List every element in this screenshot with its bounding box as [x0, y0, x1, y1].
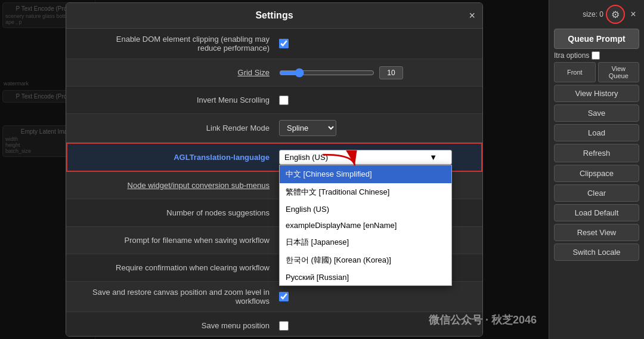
dom-clipping-checkbox[interactable]: [279, 39, 289, 48]
settings-row-grid-size: Grid Size 10: [66, 59, 482, 87]
clipspace-button[interactable]: Clipspace: [554, 165, 639, 182]
view-history-button[interactable]: View History: [554, 85, 639, 102]
dom-clipping-label: Enable DOM element clipping (enabling ma…: [76, 35, 279, 53]
itra-options-label: Itra options: [554, 51, 589, 60]
save-menu-control: [279, 321, 473, 331]
save-canvas-checkbox[interactable]: [279, 292, 289, 301]
save-button[interactable]: Save: [554, 104, 639, 122]
gear-button[interactable]: ⚙: [606, 5, 625, 24]
language-label: AGLTranslation-langualge: [77, 153, 279, 162]
front-button[interactable]: Front: [554, 62, 596, 82]
itra-options-checkbox[interactable]: [592, 51, 600, 60]
language-option-korean[interactable]: 한국어 (韓國) [Korean (Korea)]: [280, 251, 451, 269]
save-menu-label: Save menu position: [76, 321, 279, 330]
sidebar-top-row: size: 0 ⚙ ×: [554, 5, 639, 24]
size-label: size: 0: [583, 10, 603, 19]
node-widget-label: Node widget/input conversion sub-menus: [76, 181, 279, 190]
close-button[interactable]: ×: [627, 8, 639, 20]
language-option-english-us[interactable]: English (US): [280, 201, 451, 217]
link-render-control: Spline Linear Hidden: [279, 120, 473, 136]
queue-prompt-button[interactable]: Queue Prompt: [554, 29, 639, 49]
invert-scroll-control: [279, 95, 473, 105]
switch-locale-button[interactable]: Switch Locale: [554, 244, 639, 261]
load-default-button[interactable]: Load Default: [554, 204, 639, 221]
save-canvas-control: [279, 292, 473, 301]
language-option-japanese[interactable]: 日本語 [Japanese]: [280, 233, 451, 251]
view-queue-button[interactable]: View Queue: [598, 62, 640, 82]
language-control: English (US) ▼ 中文 [Chinese Simplified] 繁…: [279, 150, 472, 165]
grid-size-value: 10: [379, 66, 403, 79]
modal-overlay: Settings × Enable DOM element clipping (…: [0, 0, 549, 339]
language-option-example[interactable]: exampleDisplayName [enName]: [280, 217, 451, 233]
itra-options-row: Itra options: [554, 51, 639, 60]
save-menu-checkbox[interactable]: [279, 321, 289, 331]
link-render-label: Link Render Mode: [76, 124, 279, 132]
settings-row-invert-scroll: Invert Menu Scrolling: [66, 87, 482, 114]
grid-size-slider[interactable]: [279, 68, 374, 78]
language-option-traditional-chinese[interactable]: 繁體中文 [Traditional Chinese]: [280, 183, 451, 201]
language-select-wrapper: English (US) ▼ 中文 [Chinese Simplified] 繁…: [279, 150, 452, 165]
load-button[interactable]: Load: [554, 124, 639, 141]
refresh-button[interactable]: Refresh: [554, 144, 639, 162]
front-viewqueue-row: Front View Queue: [554, 62, 639, 82]
settings-row-save-canvas: Save and restore canvas position and zoo…: [66, 282, 482, 312]
grid-size-label: Grid Size: [76, 68, 279, 77]
confirm-clear-label: Require confirmation when clearing workf…: [76, 263, 279, 272]
dialog-header: Settings ×: [66, 3, 482, 29]
settings-row-save-menu: Save menu position: [66, 312, 482, 337]
save-canvas-label: Save and restore canvas position and zoo…: [76, 288, 279, 306]
invert-scroll-checkbox[interactable]: [279, 95, 289, 105]
clear-button[interactable]: Clear: [554, 184, 639, 202]
dialog-close-button[interactable]: ×: [469, 10, 475, 22]
settings-row-link-render: Link Render Mode Spline Linear Hidden: [66, 114, 482, 143]
link-render-select[interactable]: Spline Linear Hidden: [279, 120, 336, 136]
settings-row-language: AGLTranslation-langualge English (US) ▼ …: [66, 143, 482, 172]
language-select-display[interactable]: English (US) ▼: [279, 150, 452, 165]
language-option-russian[interactable]: Русский [Russian]: [280, 269, 451, 285]
language-dropdown: 中文 [Chinese Simplified] 繁體中文 [Traditiona…: [279, 165, 452, 286]
settings-row-dom-clipping: Enable DOM element clipping (enabling ma…: [66, 29, 482, 59]
language-current-value: English (US): [284, 153, 328, 162]
settings-dialog: Settings × Enable DOM element clipping (…: [66, 2, 483, 337]
prompt-filename-label: Prompt for filename when saving workflow: [76, 236, 279, 245]
grid-size-control: 10: [279, 66, 473, 79]
invert-scroll-label: Invert Menu Scrolling: [76, 95, 279, 104]
dom-clipping-control: [279, 39, 473, 48]
right-sidebar: size: 0 ⚙ × Queue Prompt Itra options Fr…: [549, 0, 644, 339]
language-option-chinese-simplified[interactable]: 中文 [Chinese Simplified]: [280, 165, 451, 183]
reset-view-button[interactable]: Reset View: [554, 224, 639, 241]
dialog-title: Settings: [255, 10, 293, 21]
nodes-suggestions-label: Number of nodes suggestions: [76, 208, 279, 217]
chevron-down-icon: ▼: [429, 153, 437, 162]
